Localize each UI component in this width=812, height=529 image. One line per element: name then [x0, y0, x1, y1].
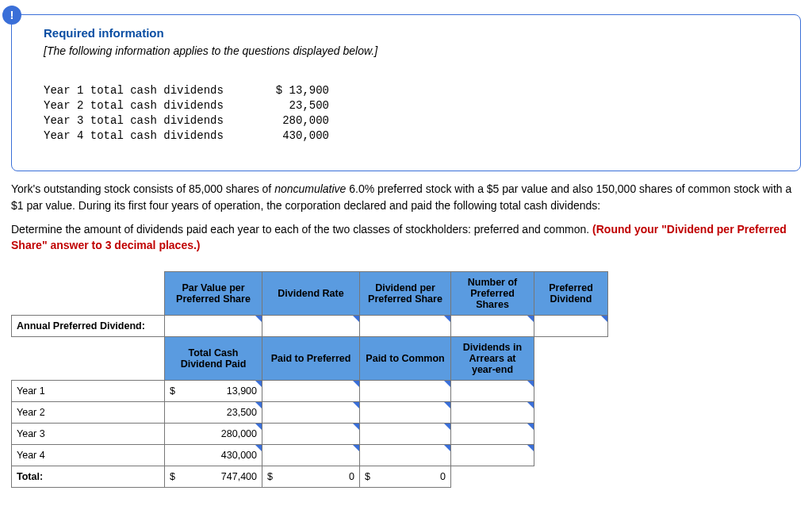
col-arrears: Dividends in Arrears at year-end — [451, 336, 534, 380]
table-row: Year 3 280,000 — [12, 423, 608, 444]
input-dividend-rate[interactable] — [262, 315, 360, 336]
table-row: Year 4 430,000 — [12, 444, 608, 466]
input-paid-preferred[interactable] — [262, 401, 360, 423]
col-par-value: Par Value per Preferred Share — [165, 271, 262, 315]
col-paid-preferred: Paid to Preferred — [262, 336, 360, 380]
total-paid-preferred: $0 — [262, 466, 360, 487]
div-row-value: $ 13,900 — [250, 83, 329, 98]
div-row-label: Year 1 total cash dividends — [44, 83, 250, 98]
text: Determine the amount of dividends paid e… — [11, 223, 592, 236]
col-num-shares: Number of Preferred Shares — [451, 271, 534, 315]
input-paid-preferred[interactable] — [262, 380, 360, 401]
div-row-label: Year 4 total cash dividends — [44, 128, 250, 144]
annual-pref-div-label: Annual Preferred Dividend: — [12, 315, 165, 336]
col-total-paid: Total Cash Dividend Paid — [165, 336, 262, 380]
row-label: Year 1 — [12, 380, 165, 401]
required-info-title: Required information — [44, 26, 800, 40]
div-row-value: 280,000 — [250, 113, 329, 128]
div-row-value: 23,500 — [250, 98, 329, 113]
input-arrears[interactable] — [451, 444, 534, 466]
exclamation-icon: ! — [2, 6, 21, 25]
input-total-paid[interactable]: 430,000 — [165, 444, 262, 466]
dividends-list: Year 1 total cash dividends$ 13,900 Year… — [44, 68, 800, 158]
table-row: Year 1 $13,900 — [12, 380, 608, 401]
input-paid-preferred[interactable] — [262, 444, 360, 466]
input-total-paid[interactable]: $13,900 — [165, 380, 262, 401]
input-arrears[interactable] — [451, 380, 534, 401]
total-paid-common: $0 — [360, 466, 451, 487]
input-paid-common[interactable] — [360, 380, 451, 401]
context-paragraph: York's outstanding stock consists of 85,… — [11, 181, 801, 213]
row-label: Year 2 — [12, 401, 165, 423]
row-label: Year 4 — [12, 444, 165, 466]
div-row-label: Year 3 total cash dividends — [44, 113, 250, 128]
col-paid-common: Paid to Common — [360, 336, 451, 380]
applies-text: [The following information applies to th… — [44, 44, 800, 57]
input-num-shares[interactable] — [451, 315, 534, 336]
input-paid-common[interactable] — [360, 423, 451, 444]
div-row-label: Year 2 total cash dividends — [44, 98, 250, 113]
col-pref-dividend: Preferred Dividend — [534, 271, 608, 315]
total-paid-value: $747,400 — [165, 466, 262, 487]
input-par-value[interactable] — [165, 315, 262, 336]
input-arrears[interactable] — [451, 423, 534, 444]
dividends-table: Par Value per Preferred Share Dividend R… — [11, 271, 608, 488]
required-info-box: ! Required information [The following in… — [11, 14, 801, 171]
input-arrears[interactable] — [451, 401, 534, 423]
input-paid-common[interactable] — [360, 401, 451, 423]
input-total-paid[interactable]: 280,000 — [165, 423, 262, 444]
input-div-per-share[interactable] — [360, 315, 451, 336]
text: York's outstanding stock consists of 85,… — [11, 182, 274, 195]
row-label: Year 3 — [12, 423, 165, 444]
col-dividend-rate: Dividend Rate — [262, 271, 360, 315]
instruction-paragraph: Determine the amount of dividends paid e… — [11, 221, 801, 254]
total-label: Total: — [12, 466, 165, 487]
col-div-per-share: Dividend per Preferred Share — [360, 271, 451, 315]
text-italic: noncumulative — [274, 182, 346, 195]
table-row: Year 2 23,500 — [12, 401, 608, 423]
input-paid-preferred[interactable] — [262, 423, 360, 444]
div-row-value: 430,000 — [250, 128, 329, 144]
table-total-row: Total: $747,400 $0 $0 — [12, 466, 608, 487]
input-total-paid[interactable]: 23,500 — [165, 401, 262, 423]
input-paid-common[interactable] — [360, 444, 451, 466]
input-pref-dividend[interactable] — [534, 315, 608, 336]
